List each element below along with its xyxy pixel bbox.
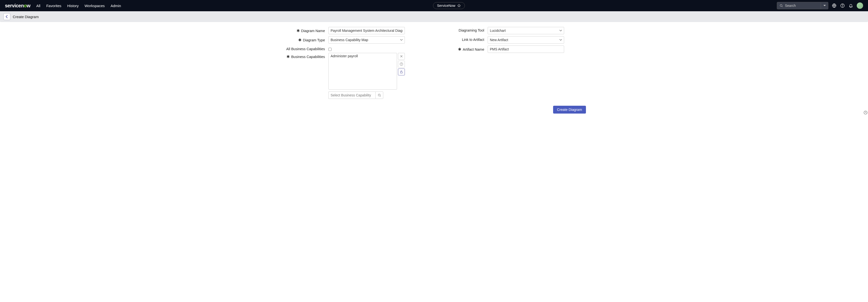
page-title: Create Diagram: [13, 15, 39, 19]
label-diagram-type: ✱ Diagram Type: [282, 36, 325, 42]
search-filter-button[interactable]: [821, 2, 828, 9]
svg-marker-0: [458, 4, 461, 7]
svg-point-1: [780, 4, 782, 6]
svg-line-2: [782, 6, 782, 7]
label-text: Artifact Name: [463, 47, 484, 52]
form-container: ✱ Diagram Name ✱ Diagram Type Business C…: [272, 22, 596, 106]
nav-link-admin[interactable]: Admin: [111, 4, 121, 8]
required-icon: ✱: [298, 38, 302, 42]
nav-right: [777, 2, 863, 9]
logo-text-o: o: [24, 3, 27, 8]
nav-link-all[interactable]: All: [36, 4, 40, 8]
form-left-column: ✱ Diagram Name ✱ Diagram Type Business C…: [282, 27, 427, 101]
list-item[interactable]: Administer payroll: [331, 54, 395, 58]
star-icon[interactable]: [457, 4, 461, 7]
required-icon: ✱: [286, 54, 290, 59]
svg-line-14: [380, 96, 380, 96]
row-diagraming-tool: Diagraming Tool Lucidchart: [441, 27, 586, 34]
list-side-buttons: [398, 53, 405, 90]
svg-rect-12: [400, 72, 402, 73]
required-icon: ✱: [297, 28, 300, 33]
row-link-artifact: Link to Artifact New Artifact: [441, 36, 586, 43]
search-icon: [779, 4, 783, 7]
logo-text-post: w: [27, 3, 30, 8]
label-text: Diagraming Tool: [459, 28, 484, 32]
bell-icon[interactable]: [848, 3, 853, 8]
label-text: Business Capabilities: [291, 55, 325, 59]
label-artifact-name: ✱ Artifact Name: [441, 45, 484, 52]
search-input[interactable]: [785, 4, 818, 8]
submit-row: Create Diagram: [272, 106, 596, 113]
side-panel-toggle[interactable]: [864, 111, 868, 113]
label-all-caps: All Business Capabilities: [282, 45, 325, 51]
nav-links: All Favorites History Workspaces Admin: [36, 4, 121, 8]
nav-center: ServiceNow: [127, 2, 771, 9]
row-artifact-name: ✱ Artifact Name: [441, 45, 586, 53]
back-button[interactable]: [3, 13, 10, 20]
svg-line-17: [866, 112, 866, 113]
all-capabilities-checkbox[interactable]: [329, 48, 332, 51]
form-right-column: Diagraming Tool Lucidchart Link to Artif…: [441, 27, 586, 101]
capability-lookup-input[interactable]: [329, 92, 375, 99]
label-text: Link to Artifact: [462, 38, 484, 42]
svg-point-13: [378, 94, 380, 96]
row-diagram-type: ✱ Diagram Type Business Capability Map: [282, 36, 427, 43]
diagram-type-select[interactable]: Business Capability Map: [329, 36, 405, 43]
capability-lookup-button[interactable]: [375, 92, 383, 99]
artifact-name-input[interactable]: [488, 45, 564, 53]
diagraming-tool-select[interactable]: Lucidchart: [488, 27, 564, 34]
remove-item-button[interactable]: [398, 53, 405, 60]
row-all-caps: All Business Capabilities: [282, 45, 427, 51]
context-pill[interactable]: ServiceNow: [433, 2, 465, 9]
label-diagram-name: ✱ Diagram Name: [282, 27, 325, 33]
label-link-artifact: Link to Artifact: [441, 36, 484, 42]
nav-link-favorites[interactable]: Favorites: [46, 4, 62, 8]
label-business-caps: ✱ Business Capabilities: [282, 53, 325, 59]
create-diagram-button[interactable]: Create Diagram: [553, 106, 586, 113]
diagram-name-input[interactable]: [329, 27, 405, 34]
link-artifact-select[interactable]: New Artifact: [488, 36, 564, 43]
label-text: Diagram Type: [303, 38, 325, 42]
nav-link-workspaces[interactable]: Workspaces: [85, 4, 105, 8]
business-capabilities-list[interactable]: Administer payroll: [329, 53, 397, 90]
info-button[interactable]: [398, 61, 405, 68]
context-pill-label: ServiceNow: [437, 4, 456, 8]
logo-text-pre: servicen: [5, 3, 24, 8]
label-text: Diagram Name: [301, 29, 325, 33]
required-icon: ✱: [458, 47, 461, 52]
label-text: All Business Capabilities: [286, 47, 325, 51]
search-wrap: [777, 2, 828, 9]
top-nav: servicenow All Favorites History Workspa…: [0, 0, 868, 11]
help-icon[interactable]: [840, 3, 845, 8]
row-diagram-name: ✱ Diagram Name: [282, 27, 427, 34]
global-search[interactable]: [777, 2, 821, 9]
lock-button[interactable]: [398, 69, 405, 75]
avatar[interactable]: [857, 2, 863, 9]
row-business-caps: ✱ Business Capabilities Administer payro…: [282, 53, 427, 99]
capability-lookup: [329, 92, 383, 99]
subheader: Create Diagram: [0, 11, 868, 22]
logo[interactable]: servicenow: [5, 3, 30, 8]
label-diagraming-tool: Diagraming Tool: [441, 27, 484, 32]
svg-point-11: [401, 63, 402, 64]
nav-link-history[interactable]: History: [67, 4, 79, 8]
globe-icon[interactable]: [832, 3, 837, 8]
